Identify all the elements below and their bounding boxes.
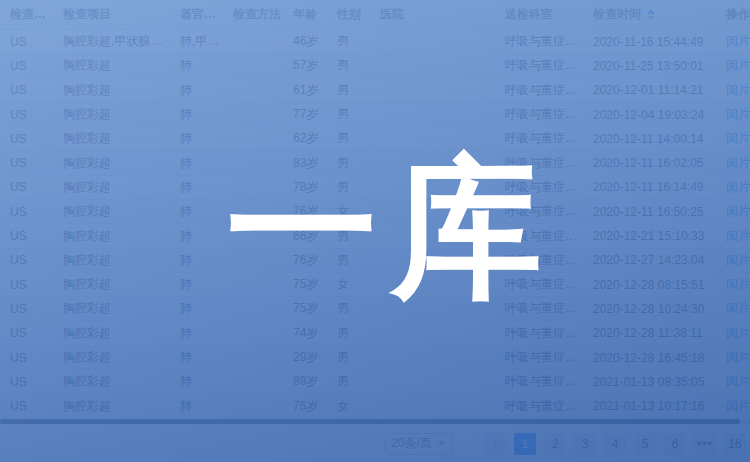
horizontal-scrollbar-thumb[interactable] xyxy=(0,419,740,424)
view-image-link[interactable]: 阅片 xyxy=(726,326,750,340)
view-image-link[interactable]: 阅片 xyxy=(726,156,750,170)
col-header-age: 年龄 xyxy=(283,6,327,23)
cell-action: 阅片 xyxy=(718,106,750,123)
cell-exam-type: US xyxy=(0,205,53,219)
cell-action: 阅片 xyxy=(718,398,750,415)
col-header-department: 送检科室 xyxy=(497,6,585,23)
table-row: US 胸腔彩超 肺 76岁 男 呼吸与重症医... 2020-12-27 14:… xyxy=(0,249,750,273)
cell-action: 阅片 xyxy=(718,82,750,99)
cell-exam-time: 2020-12-28 11:38:11 xyxy=(585,326,718,340)
page-button-1[interactable]: 1 xyxy=(514,433,536,455)
view-image-link[interactable]: 阅片 xyxy=(726,107,750,121)
page-button-6[interactable]: 6 xyxy=(664,433,686,455)
cell-action: 阅片 xyxy=(718,252,750,269)
cell-gender: 男 xyxy=(327,33,372,50)
col-header-organ: 器官部位 xyxy=(170,6,223,23)
cell-exam-item: 胸腔彩超,甲状腺彩超 xyxy=(53,33,170,50)
page-button-3[interactable]: 3 xyxy=(574,433,596,455)
cell-organ: 肺 xyxy=(170,179,223,196)
view-image-link[interactable]: 阅片 xyxy=(726,83,750,97)
cell-exam-item: 胸腔彩超 xyxy=(53,373,170,390)
cell-exam-type: US xyxy=(0,108,53,122)
cell-exam-type: US xyxy=(0,229,53,243)
cell-gender: 男 xyxy=(327,179,372,196)
cell-exam-time: 2020-12-28 16:45:18 xyxy=(585,351,718,365)
cell-gender: 男 xyxy=(327,228,372,245)
cell-action: 阅片 xyxy=(718,349,750,366)
col-header-exam-time[interactable]: 检查时间 xyxy=(585,6,718,23)
cell-exam-type: US xyxy=(0,156,53,170)
cell-department: 呼吸与重症医... xyxy=(497,373,585,390)
cell-exam-time: 2020-11-16 15:44:49 xyxy=(585,35,718,49)
page-button-2[interactable]: 2 xyxy=(544,433,566,455)
cell-gender: 男 xyxy=(327,155,372,172)
view-image-link[interactable]: 阅片 xyxy=(726,180,750,194)
cell-exam-time: 2020-12-11 16:02:05 xyxy=(585,156,718,170)
view-image-link[interactable]: 阅片 xyxy=(726,229,750,243)
cell-exam-item: 胸腔彩超 xyxy=(53,179,170,196)
cell-exam-time: 2020-12-21 15:10:33 xyxy=(585,229,718,243)
cell-age: 74岁 xyxy=(283,325,327,342)
view-image-link[interactable]: 阅片 xyxy=(726,374,750,388)
cell-exam-type: US xyxy=(0,35,53,49)
cell-organ: 肺 xyxy=(170,252,223,269)
cell-age: 78岁 xyxy=(283,179,327,196)
cell-exam-time: 2020-12-11 16:50:25 xyxy=(585,205,718,219)
page-button-4[interactable]: 4 xyxy=(604,433,626,455)
cell-organ: 肺 xyxy=(170,82,223,99)
cell-exam-item: 胸腔彩超 xyxy=(53,203,170,220)
cell-organ: 肺 xyxy=(170,228,223,245)
cell-gender: 女 xyxy=(327,203,372,220)
table-row: US 胸腔彩超 肺 57岁 男 呼吸与重症医... 2020-11-25 13:… xyxy=(0,54,750,78)
cell-organ: 肺 xyxy=(170,203,223,220)
cell-gender: 女 xyxy=(327,398,372,415)
col-header-exam-time-label: 检查时间 xyxy=(593,7,641,21)
view-image-link[interactable]: 阅片 xyxy=(726,350,750,364)
view-image-link[interactable]: 阅片 xyxy=(726,131,750,145)
view-image-link[interactable]: 阅片 xyxy=(726,277,750,291)
page-button-last[interactable]: 16 xyxy=(724,433,746,455)
cell-age: 75岁 xyxy=(283,300,327,317)
cell-organ: 肺,甲状... xyxy=(170,33,223,50)
view-image-link[interactable]: 阅片 xyxy=(726,34,750,48)
cell-department: 呼吸与重症医... xyxy=(497,155,585,172)
cell-exam-time: 2020-12-04 19:03:24 xyxy=(585,108,718,122)
page-button-5[interactable]: 5 xyxy=(634,433,656,455)
cell-exam-type: US xyxy=(0,375,53,389)
cell-gender: 男 xyxy=(327,373,372,390)
page-size-select[interactable]: 20条/页 xyxy=(385,433,452,455)
cell-action: 阅片 xyxy=(718,33,750,50)
cell-organ: 肺 xyxy=(170,276,223,293)
cell-exam-item: 胸腔彩超 xyxy=(53,349,170,366)
horizontal-scrollbar[interactable] xyxy=(0,419,750,424)
cell-exam-item: 胸腔彩超 xyxy=(53,228,170,245)
cell-age: 77岁 xyxy=(283,106,327,123)
prev-page-button[interactable]: ‹ xyxy=(484,433,506,455)
view-image-link[interactable]: 阅片 xyxy=(726,204,750,218)
cell-exam-item: 胸腔彩超 xyxy=(53,276,170,293)
view-image-link[interactable]: 阅片 xyxy=(726,301,750,315)
cell-action: 阅片 xyxy=(718,57,750,74)
table-row: US 胸腔彩超 肺 83岁 男 呼吸与重症医... 2020-12-11 16:… xyxy=(0,151,750,175)
cell-exam-item: 胸腔彩超 xyxy=(53,325,170,342)
cell-age: 62岁 xyxy=(283,130,327,147)
cell-action: 阅片 xyxy=(718,130,750,147)
cell-organ: 肺 xyxy=(170,130,223,147)
more-pages-button[interactable]: ••• xyxy=(694,433,716,455)
view-image-link[interactable]: 阅片 xyxy=(726,58,750,72)
view-image-link[interactable]: 阅片 xyxy=(726,399,750,413)
view-image-link[interactable]: 阅片 xyxy=(726,253,750,267)
cell-exam-type: US xyxy=(0,132,53,146)
cell-department: 呼吸与重症医... xyxy=(497,57,585,74)
cell-department: 呼吸与重症医... xyxy=(497,203,585,220)
cell-department: 呼吸与重症医... xyxy=(497,398,585,415)
col-header-action: 操作 xyxy=(718,6,750,23)
table-row: US 胸腔彩超 肺 77岁 男 呼吸与重症医... 2020-12-04 19:… xyxy=(0,103,750,127)
cell-department: 呼吸与重症医... xyxy=(497,33,585,50)
cell-age: 76岁 xyxy=(283,252,327,269)
cell-exam-type: US xyxy=(0,351,53,365)
cell-exam-type: US xyxy=(0,253,53,267)
cell-age: 29岁 xyxy=(283,349,327,366)
cell-organ: 肺 xyxy=(170,106,223,123)
cell-gender: 男 xyxy=(327,349,372,366)
